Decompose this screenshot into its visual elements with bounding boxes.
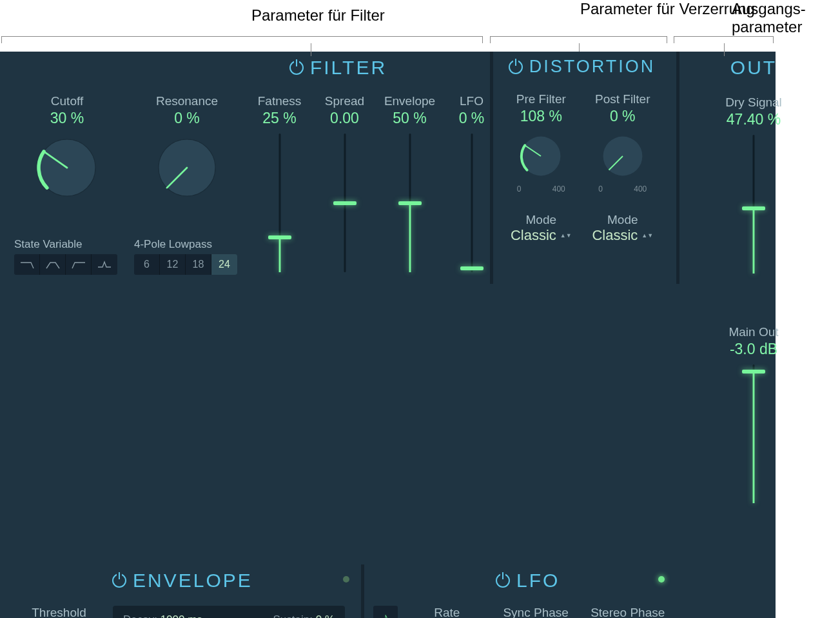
decay-label: Decay: <box>123 613 157 618</box>
sv-peak-button[interactable] <box>92 254 117 275</box>
fatness-label: Fatness <box>258 94 302 108</box>
sustain-value: 0 % <box>316 613 335 618</box>
resonance-label: Resonance <box>156 94 218 108</box>
envelope-amt-slider[interactable] <box>394 134 426 272</box>
pre-min: 0 <box>517 184 522 194</box>
bracket-distortion <box>490 36 667 43</box>
pre-mode-dropdown[interactable]: Classic▲▼ <box>511 227 572 244</box>
state-variable-group <box>14 254 117 275</box>
envelope-section: ENVELOPE Threshold -13 dB Dynamic 100 % … <box>0 564 361 618</box>
out-section: OUT Dry Signal 47.40 % Main Out -3.0 dB <box>679 52 828 564</box>
cutoff-value: 30 % <box>50 110 84 127</box>
rate-label: Rate <box>434 606 460 618</box>
stereo-phase-label: Stereo Phase <box>591 606 665 618</box>
lfo-amt-label: LFO <box>460 94 483 108</box>
sv-bandpass-button[interactable] <box>40 254 66 275</box>
sync-phase-label: Sync Phase <box>503 606 568 618</box>
post-mode-dropdown[interactable]: Classic▲▼ <box>592 227 653 244</box>
cutoff-knob[interactable] <box>32 132 103 203</box>
envelope-power-icon[interactable] <box>112 573 126 588</box>
sv-highpass-button[interactable] <box>66 254 92 275</box>
post-filter-value: 0 % <box>610 108 636 125</box>
callout-filter-label: Parameter für Filter <box>251 6 385 25</box>
decay-value: 1000 ms <box>161 613 202 618</box>
post-min: 0 <box>598 184 603 194</box>
sv-lowpass-button[interactable] <box>14 254 40 275</box>
sync-note-button[interactable]: ♪ <box>373 606 398 618</box>
state-variable-label: State Variable <box>14 238 83 251</box>
envelope-display[interactable]: Decay: 1000 ms Sustain: 0 % Attack: 0 ms… <box>113 606 345 618</box>
main-out-label: Main Out <box>728 325 778 339</box>
filter-power-icon[interactable] <box>289 61 304 75</box>
threshold-label: Threshold <box>32 606 86 618</box>
dry-signal-slider[interactable] <box>737 135 770 274</box>
callout-distortion-label: Parameter für Verzerrung <box>580 0 755 18</box>
post-max: 400 <box>634 184 647 194</box>
envelope-title: ENVELOPE <box>133 570 253 592</box>
distortion-section: DISTORTION Pre Filter 108 % 0400 Mode Cl… <box>490 52 670 284</box>
spread-value: 0.00 <box>330 110 359 127</box>
lfo-led-icon <box>658 576 665 583</box>
pole-12-button[interactable]: 12 <box>160 254 186 275</box>
out-title: OUT <box>730 57 777 79</box>
envelope-amt-label: Envelope <box>384 94 435 108</box>
pole-18-button[interactable]: 18 <box>186 254 211 275</box>
lfo-amt-value: 0 % <box>459 110 485 127</box>
pole-lowpass-label: 4-Pole Lowpass <box>134 238 212 251</box>
pole-group: 6 12 18 24 <box>134 254 237 275</box>
post-filter-label: Post Filter <box>595 92 650 106</box>
spread-label: Spread <box>325 94 364 108</box>
spread-slider[interactable] <box>329 134 361 272</box>
resonance-knob[interactable] <box>151 132 222 203</box>
lfo-amt-slider[interactable] <box>456 134 488 272</box>
distortion-title: DISTORTION <box>529 57 656 77</box>
envelope-amt-value: 50 % <box>393 110 426 127</box>
fatness-slider[interactable] <box>264 134 296 272</box>
lfo-power-icon[interactable] <box>496 573 510 588</box>
bracket-output <box>674 36 774 43</box>
main-out-value: -3.0 dB <box>730 341 777 358</box>
pre-filter-label: Pre Filter <box>516 92 566 106</box>
fatness-value: 25 % <box>262 110 296 127</box>
resonance-value: 0 % <box>174 110 200 127</box>
lfo-title: LFO <box>516 570 560 592</box>
callout-output-label: Ausgangs-parameter <box>732 0 840 36</box>
pre-filter-knob[interactable] <box>515 130 567 182</box>
dry-signal-value: 47.40 % <box>727 111 781 128</box>
cutoff-label: Cutoff <box>51 94 83 108</box>
pole-6-button[interactable]: 6 <box>134 254 160 275</box>
pre-mode-label: Mode <box>525 213 556 227</box>
dry-signal-label: Dry Signal <box>725 95 782 110</box>
post-filter-knob[interactable] <box>597 130 649 182</box>
pole-24-button[interactable]: 24 <box>211 254 237 275</box>
post-mode-label: Mode <box>607 213 638 227</box>
filter-title: FILTER <box>310 57 387 79</box>
bracket-filter <box>1 36 483 43</box>
pre-max: 400 <box>552 184 565 194</box>
pre-filter-value: 108 % <box>520 108 562 125</box>
distortion-power-icon[interactable] <box>509 60 523 74</box>
main-out-slider[interactable] <box>737 364 770 503</box>
lfo-section: LFO ♪ Rate 1 bar 32 barsDC Sync Phase 18… <box>364 564 676 618</box>
envelope-led-icon <box>343 576 349 583</box>
sustain-label: Sustain: <box>273 613 313 618</box>
